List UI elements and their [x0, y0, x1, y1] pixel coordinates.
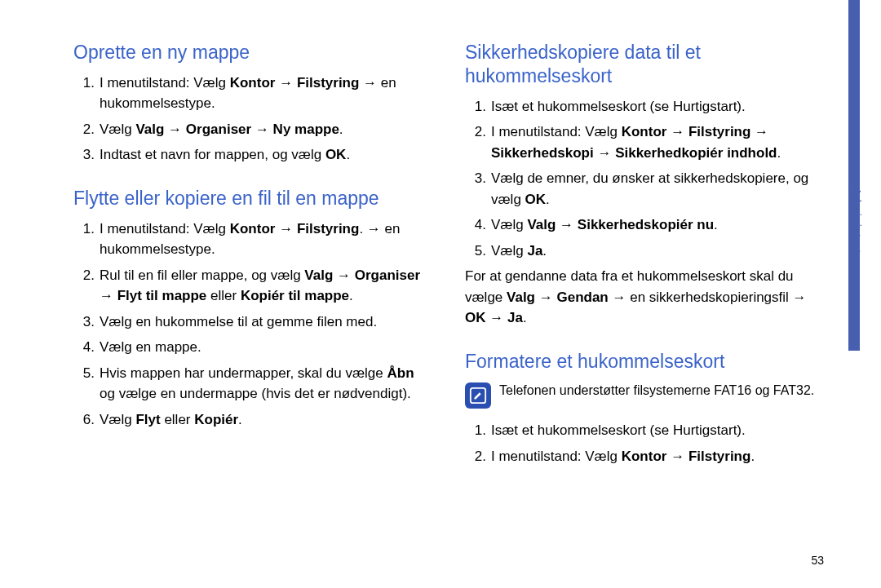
list-number: 4. — [73, 337, 95, 358]
list-create-folder: 1.I menutilstand: Vælg Kontor → Filstyri… — [73, 73, 432, 166]
list-text: I menutilstand: Vælg Kontor → Filstyring… — [491, 449, 755, 464]
list-text: Hvis mappen har undermapper, skal du væl… — [100, 365, 414, 402]
list-text: Vælg Valg → Sikkerhedskopiér nu. — [491, 217, 718, 232]
list-number: 3. — [73, 312, 95, 333]
list-item: 2.I menutilstand: Vælg Kontor → Filstyri… — [465, 446, 824, 467]
list-number: 2. — [465, 122, 486, 143]
list-backup: 1.Isæt et hukommelseskort (se Hurtigstar… — [465, 96, 824, 262]
note-icon — [465, 382, 491, 409]
heading-create-folder: Oprette en ny mappe — [73, 41, 432, 64]
list-text: Vælg Valg → Organiser → Ny mappe. — [100, 122, 343, 137]
list-number: 5. — [73, 363, 95, 384]
list-item: 1.I menutilstand: Vælg Kontor → Filstyri… — [73, 219, 432, 260]
list-move-copy: 1.I menutilstand: Vælg Kontor → Filstyri… — [73, 219, 432, 431]
list-number: 5. — [465, 241, 486, 262]
list-format: 1.Isæt et hukommelseskort (se Hurtigstar… — [465, 420, 824, 466]
list-number: 2. — [465, 446, 486, 467]
list-text: I menutilstand: Vælg Kontor → Filstyring… — [100, 221, 400, 258]
left-column: Oprette en ny mappe 1.I menutilstand: Væ… — [73, 41, 432, 488]
list-text: Vælg de emner, du ønsker at sikkerhedsko… — [491, 170, 808, 207]
list-number: 1. — [465, 420, 486, 441]
list-number: 6. — [73, 409, 95, 431]
list-text: Rul til en fil eller mappe, og vælg Valg… — [100, 267, 420, 304]
list-number: 1. — [73, 219, 95, 240]
content-columns: Oprette en ny mappe 1.I menutilstand: Væ… — [73, 41, 832, 488]
list-item: 1.I menutilstand: Vælg Kontor → Filstyri… — [73, 73, 432, 114]
heading-backup: Sikkerhedskopiere data til et hukommelse… — [465, 41, 824, 88]
list-number: 2. — [73, 119, 95, 140]
list-text: I menutilstand: Vælg Kontor → Filstyring… — [100, 75, 396, 112]
side-label: Administratorer — [845, 188, 863, 277]
paragraph-restore: For at gendanne data fra et hukommelsesk… — [465, 266, 824, 329]
section-format: Formatere et hukommelseskort Telefonen u… — [465, 350, 824, 467]
list-item: 1.Isæt et hukommelseskort (se Hurtigstar… — [465, 96, 824, 117]
list-number: 4. — [465, 214, 486, 236]
list-number: 1. — [73, 73, 95, 94]
list-item: 2.Rul til en fil eller mappe, og vælg Va… — [73, 265, 432, 307]
section-create-folder: Oprette en ny mappe 1.I menutilstand: Væ… — [73, 41, 432, 166]
list-item: 3.Vælg en hukommelse til at gemme filen … — [73, 312, 432, 333]
list-item: 3.Vælg de emner, du ønsker at sikkerheds… — [465, 168, 824, 210]
list-number: 1. — [465, 96, 486, 117]
section-move-copy: Flytte eller kopiere en fil til en mappe… — [73, 187, 432, 430]
right-column: Sikkerhedskopiere data til et hukommelse… — [465, 41, 824, 488]
page-number: 53 — [811, 554, 824, 567]
side-tab — [848, 0, 860, 351]
list-item: 4.Vælg en mappe. — [73, 337, 432, 358]
heading-format: Formatere et hukommelseskort — [465, 350, 824, 374]
heading-move-copy: Flytte eller kopiere en fil til en mappe — [73, 187, 432, 210]
note-filesystems: Telefonen understøtter filsystemerne FAT… — [465, 381, 824, 409]
list-text: I menutilstand: Vælg Kontor → Filstyring… — [491, 124, 781, 161]
list-number: 2. — [73, 265, 95, 286]
list-item: 5.Hvis mappen har undermapper, skal du v… — [73, 363, 432, 405]
list-text: Vælg Flyt eller Kopiér. — [100, 412, 242, 427]
list-item: 1.Isæt et hukommelseskort (se Hurtigstar… — [465, 420, 824, 441]
list-text: Isæt et hukommelseskort (se Hurtigstart)… — [491, 99, 746, 114]
list-item: 3.Indtast et navn for mappen, og vælg OK… — [73, 144, 432, 166]
list-item: 2.I menutilstand: Vælg Kontor → Filstyri… — [465, 122, 824, 163]
list-number: 3. — [73, 144, 95, 166]
manual-page: Administratorer Oprette en ny mappe 1.I … — [0, 0, 881, 588]
list-text: Vælg en hukommelse til at gemme filen me… — [100, 314, 377, 329]
list-item: 5.Vælg Ja. — [465, 241, 824, 262]
list-text: Isæt et hukommelseskort (se Hurtigstart)… — [491, 422, 746, 438]
list-item: 4.Vælg Valg → Sikkerhedskopiér nu. — [465, 214, 824, 236]
note-text: Telefonen understøtter filsystemerne FAT… — [499, 381, 814, 400]
pencil-note-icon — [469, 387, 487, 405]
list-text: Indtast et navn for mappen, og vælg OK. — [100, 147, 350, 162]
list-item: 6.Vælg Flyt eller Kopiér. — [73, 409, 432, 431]
list-text: Vælg en mappe. — [100, 339, 201, 355]
section-backup: Sikkerhedskopiere data til et hukommelse… — [465, 41, 824, 329]
list-text: Vælg Ja. — [491, 243, 547, 259]
list-number: 3. — [465, 168, 486, 189]
list-item: 2.Vælg Valg → Organiser → Ny mappe. — [73, 119, 432, 140]
